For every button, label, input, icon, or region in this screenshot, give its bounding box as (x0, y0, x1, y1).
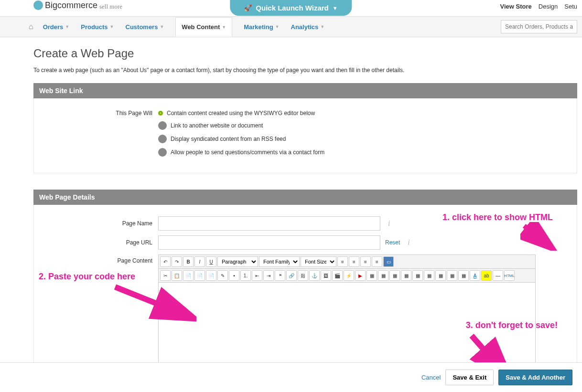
info-icon[interactable]: i (388, 219, 390, 228)
radio-option-4[interactable] (158, 148, 167, 157)
indent-icon[interactable]: ⇥ (263, 270, 274, 281)
anchor-icon[interactable]: ⚓ (309, 270, 320, 281)
fullscreen-icon[interactable]: ▭ (383, 256, 394, 267)
youtube-icon[interactable]: ▶ (355, 270, 366, 281)
paste-word-icon[interactable]: 📄 (206, 270, 216, 281)
section2-header: Web Page Details (33, 190, 577, 205)
settings-link[interactable]: Setu (564, 3, 577, 10)
section1-header: Web Site Link (33, 83, 577, 98)
align-center-icon[interactable]: ≡ (349, 256, 359, 267)
radio-option-1[interactable] (158, 111, 163, 116)
page-url-input[interactable] (158, 235, 380, 250)
hr-icon[interactable]: — (493, 270, 503, 281)
image-icon[interactable]: 🖼 (321, 270, 331, 281)
insert-row-icon[interactable]: ▦ (401, 270, 411, 281)
quote-icon[interactable]: ❝ (275, 270, 285, 281)
chevron-down-icon: ▼ (320, 24, 324, 29)
info-icon[interactable]: i (408, 238, 410, 247)
editor-toolbar-row2: ✂ 📋 📄 📄 📄 ✎ • 1. ⇤ ⇥ ❝ 🔗 ⛓ ⚓ 🖼 🎬 (159, 269, 535, 283)
nav-marketing[interactable]: Marketing▼ (244, 23, 279, 31)
unlink-icon[interactable]: ⛓ (298, 270, 308, 281)
bold-icon[interactable]: B (183, 256, 194, 267)
home-icon[interactable]: ⌂ (29, 22, 33, 31)
table-icon[interactable]: ▦ (366, 270, 377, 281)
delete-col-icon[interactable]: ▦ (435, 270, 446, 281)
wizard-label: Quick Launch Wizard (256, 4, 328, 12)
link-icon[interactable]: 🔗 (286, 270, 297, 281)
copy-icon[interactable]: 📋 (172, 270, 182, 281)
paste-icon[interactable]: 📄 (183, 270, 194, 281)
cell-props-icon[interactable]: ▦ (389, 270, 400, 281)
align-right-icon[interactable]: ≡ (360, 256, 371, 267)
wysiwyg-editor: ↶ ↷ B I U Paragraph Font Family Font Siz… (158, 254, 536, 379)
page-url-label: Page URL (43, 239, 158, 246)
this-page-will-label: This Page Will (43, 110, 158, 117)
chevron-down-icon: ▼ (222, 25, 226, 30)
top-links: View Store Design Setu (500, 3, 577, 10)
split-cell-icon[interactable]: ▦ (447, 270, 457, 281)
paste-text-icon[interactable]: 📄 (194, 270, 205, 281)
remove-format-icon[interactable]: ✎ (217, 270, 228, 281)
radio-label-4: Allow people to send questions/comments … (171, 149, 324, 156)
reset-link[interactable]: Reset (385, 239, 400, 246)
view-store-link[interactable]: View Store (500, 3, 532, 10)
flash-icon[interactable]: ⚡ (344, 270, 354, 281)
outdent-icon[interactable]: ⇤ (252, 270, 262, 281)
brand-name: Bigcommerce (45, 0, 97, 11)
delete-row-icon[interactable]: ▦ (412, 270, 423, 281)
top-bar: Bigcommerce sell more 🚀 Quick Launch Wiz… (0, 0, 582, 16)
section1-body: This Page Will Contain content created u… (33, 98, 577, 173)
italic-icon[interactable]: I (194, 256, 205, 267)
radio-label-3: Display syndicated content from an RSS f… (171, 136, 286, 142)
chevron-down-icon: ▼ (110, 24, 114, 29)
redo-icon[interactable]: ↷ (172, 256, 182, 267)
save-add-another-button[interactable]: Save & Add Another (498, 370, 572, 385)
page-content: Create a Web Page To create a web page (… (0, 37, 582, 392)
nav-analytics[interactable]: Analytics▼ (291, 23, 325, 31)
chevron-down-icon: ▼ (160, 24, 164, 29)
chevron-down-icon: ▼ (275, 24, 280, 29)
nav-customers[interactable]: Customers▼ (126, 23, 164, 31)
nav-web-content[interactable]: Web Content▼ (175, 17, 232, 37)
footer-bar: Cancel Save & Exit Save & Add Another (0, 362, 582, 392)
editor-toolbar-row1: ↶ ↷ B I U Paragraph Font Family Font Siz… (159, 255, 535, 269)
chevron-down-icon: ▼ (65, 24, 69, 29)
page-content-label: Page Content (43, 254, 158, 264)
undo-icon[interactable]: ↶ (160, 256, 171, 267)
row-props-icon[interactable]: ▦ (378, 270, 388, 281)
radio-label-2: Link to another website or document (171, 122, 263, 129)
radio-label-1: Contain content created using the WYSIWY… (167, 110, 315, 117)
bullet-list-icon[interactable]: • (229, 270, 239, 281)
logo-icon (33, 0, 43, 10)
align-justify-icon[interactable]: ≡ (372, 256, 382, 267)
logo: Bigcommerce sell more (5, 0, 122, 11)
media-icon[interactable]: 🎬 (332, 270, 343, 281)
nav-orders[interactable]: Orders▼ (43, 23, 70, 31)
insert-col-icon[interactable]: ▦ (424, 270, 434, 281)
highlight-icon[interactable]: ab (481, 270, 492, 281)
font-family-select[interactable]: Font Family (259, 256, 300, 267)
radio-option-3[interactable] (158, 135, 167, 143)
quick-launch-wizard[interactable]: 🚀 Quick Launch Wizard ▼ (230, 0, 352, 16)
page-name-input[interactable] (158, 216, 380, 231)
html-source-button[interactable]: HTML (504, 270, 515, 281)
search-input[interactable] (501, 20, 577, 33)
cut-icon[interactable]: ✂ (160, 270, 171, 281)
chevron-down-icon: ▼ (333, 5, 338, 11)
nav-products[interactable]: Products▼ (81, 23, 114, 31)
font-size-select[interactable]: Font Size (301, 256, 336, 267)
rocket-icon: 🚀 (244, 4, 252, 11)
page-name-label: Page Name (43, 220, 158, 227)
text-color-icon[interactable]: A (470, 270, 480, 281)
merge-cell-icon[interactable]: ▦ (458, 270, 469, 281)
save-exit-button[interactable]: Save & Exit (445, 370, 494, 385)
cancel-button[interactable]: Cancel (421, 374, 441, 381)
brand-tagline: sell more (99, 3, 122, 11)
number-list-icon[interactable]: 1. (240, 270, 251, 281)
paragraph-select[interactable]: Paragraph (217, 256, 258, 267)
align-left-icon[interactable]: ≡ (337, 256, 348, 267)
underline-icon[interactable]: U (206, 256, 216, 267)
design-link[interactable]: Design (539, 3, 558, 10)
page-intro: To create a web page (such as an "About … (33, 67, 577, 74)
radio-option-2[interactable] (158, 121, 167, 130)
